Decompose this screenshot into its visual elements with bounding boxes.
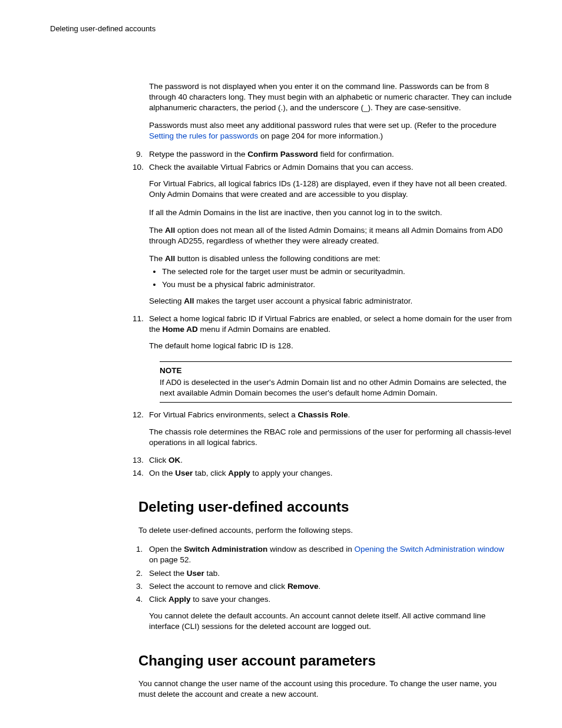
remove-label: Remove xyxy=(287,582,319,591)
step-number: 2. xyxy=(136,568,143,579)
text: window as described in xyxy=(267,545,354,554)
text: to save your changes. xyxy=(191,595,271,604)
text: Click xyxy=(149,456,168,465)
del-step-2: 2. Select the User tab. xyxy=(138,568,512,579)
text: option does not mean all of the listed A… xyxy=(149,226,503,245)
text: tab, click xyxy=(193,469,228,477)
del-step-4: 4. Click Apply to save your changes. You… xyxy=(138,594,512,633)
step-number: 10. xyxy=(133,162,144,173)
all-button-label: All xyxy=(165,254,175,263)
page-content: The password is not displayed when you e… xyxy=(138,81,512,700)
list-item: The selected role for the target user mu… xyxy=(162,266,512,277)
confirm-password-label: Confirm Password xyxy=(247,150,318,159)
text: Open the xyxy=(149,545,184,554)
step-10: 10. Check the available Virtual Fabrics … xyxy=(138,162,512,307)
step-9: 9. Retype the password in the Confirm Pa… xyxy=(138,149,512,160)
text: tab. xyxy=(204,569,220,578)
note-block: NOTE If AD0 is deselected in the user's … xyxy=(160,361,512,403)
text: Select the xyxy=(149,569,187,578)
text: Check the available Virtual Fabrics or A… xyxy=(149,163,413,172)
text: . xyxy=(348,410,350,419)
step-number: 14. xyxy=(133,468,144,479)
text: The xyxy=(149,226,165,235)
step-11: 11. Select a home logical fabric ID if V… xyxy=(138,314,512,403)
step-10-p3: The All option does not mean all of the … xyxy=(149,225,512,246)
text: button is disabled unless the following … xyxy=(175,254,380,263)
opening-switch-admin-link[interactable]: Opening the Switch Administration window xyxy=(354,545,504,554)
step-10-p2: If all the Admin Domains in the list are… xyxy=(149,207,512,218)
changing-params-heading: Changing user account parameters xyxy=(138,651,512,670)
text: For Virtual Fabrics environments, select… xyxy=(149,410,298,419)
apply-label: Apply xyxy=(228,469,250,477)
text: on page 204 for more information.) xyxy=(258,131,383,140)
step-10-p5: Selecting All makes the target user acco… xyxy=(149,296,512,307)
text: makes the target user account a physical… xyxy=(194,297,413,305)
del-step-1: 1. Open the Switch Administration window… xyxy=(138,544,512,565)
text: Click xyxy=(149,595,168,604)
ok-label: OK xyxy=(168,456,180,465)
running-header: Deleting user-defined accounts xyxy=(50,24,512,34)
chassis-role-label: Chassis Role xyxy=(298,410,348,419)
text: . xyxy=(318,582,320,591)
step-number: 11. xyxy=(133,314,144,324)
text: Retype the password in the xyxy=(149,150,247,159)
step-14: 14. On the User tab, click Apply to appl… xyxy=(138,468,512,479)
step-10-p1: For Virtual Fabrics, all logical fabrics… xyxy=(149,179,512,200)
step-12-p1: The chassis role determines the RBAC rol… xyxy=(149,427,512,448)
step-number: 12. xyxy=(133,410,144,420)
del-step-4-p1: You cannot delete the default accounts. … xyxy=(149,611,512,632)
text: The xyxy=(149,254,165,263)
step-12: 12. For Virtual Fabrics environments, se… xyxy=(138,410,512,448)
user-tab-label: User xyxy=(175,469,193,477)
password-rules-para: The password is not displayed when you e… xyxy=(149,81,512,114)
step-10-p4: The All button is disabled unless the fo… xyxy=(149,253,512,264)
text: field for confirmation. xyxy=(318,150,394,159)
text: menu if Admin Domains are enabled. xyxy=(198,325,330,334)
note-body: If AD0 is deselected in the user's Admin… xyxy=(160,377,512,398)
step-13: 13. Click OK. xyxy=(138,455,512,466)
all-select-label: All xyxy=(184,297,194,305)
step-11-p1: The default home logical fabric ID is 12… xyxy=(149,341,512,351)
deleting-accounts-heading: Deleting user-defined accounts xyxy=(138,498,512,516)
text: Selecting xyxy=(149,297,184,305)
step-number: 4. xyxy=(136,594,143,605)
list-item: You must be a physical fabric administra… xyxy=(162,279,512,290)
step-number: 3. xyxy=(136,581,143,592)
note-label: NOTE xyxy=(160,365,512,376)
conditions-list: The selected role for the target user mu… xyxy=(162,266,512,289)
text: . xyxy=(180,456,183,465)
text: Passwords must also meet any additional … xyxy=(149,121,497,130)
step-number: 13. xyxy=(133,455,144,466)
password-extra-rules-para: Passwords must also meet any additional … xyxy=(149,120,512,141)
step-number: 9. xyxy=(136,149,143,160)
step-number: 1. xyxy=(136,544,143,555)
text: on page 52. xyxy=(149,555,191,564)
all-option-label: All xyxy=(165,226,175,235)
apply-label: Apply xyxy=(168,595,191,604)
text: Select the account to remove and click xyxy=(149,582,287,591)
steps-list: 9. Retype the password in the Confirm Pa… xyxy=(138,149,512,479)
user-tab-label: User xyxy=(187,569,204,578)
deleting-intro: To delete user-defined accounts, perform… xyxy=(138,525,512,536)
text: On the xyxy=(149,469,175,477)
changing-intro: You cannot change the user name of the a… xyxy=(138,678,512,700)
switch-admin-label: Switch Administration xyxy=(184,545,267,554)
text: to apply your changes. xyxy=(250,469,333,477)
deleting-steps: 1. Open the Switch Administration window… xyxy=(138,544,512,633)
home-ad-label: Home AD xyxy=(163,325,198,334)
setting-password-rules-link[interactable]: Setting the rules for passwords xyxy=(149,131,258,140)
del-step-3: 3. Select the account to remove and clic… xyxy=(138,581,512,592)
